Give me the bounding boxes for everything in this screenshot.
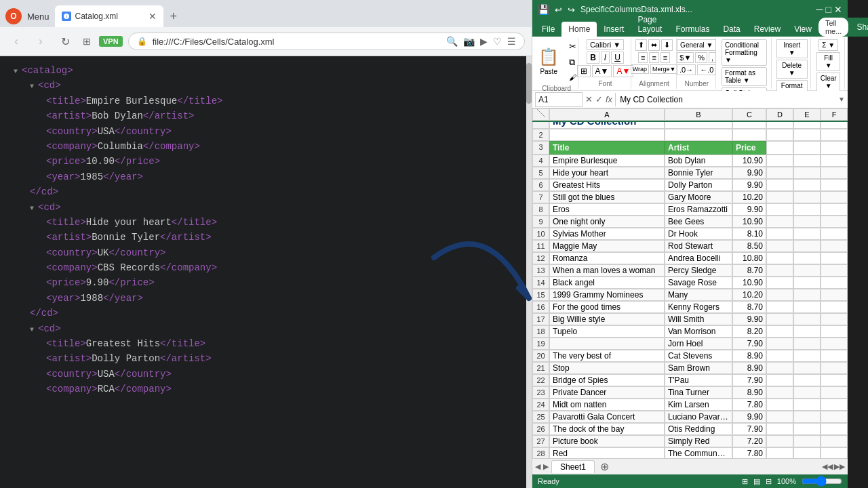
cell-A28[interactable]: Red xyxy=(549,447,665,458)
cell-B24[interactable]: Kim Larsen xyxy=(665,399,732,411)
cell-F8[interactable] xyxy=(821,203,848,216)
cell-B21[interactable]: Sam Brown xyxy=(665,362,732,374)
cell-E14[interactable] xyxy=(793,277,821,289)
sheet-tab-1[interactable]: Sheet1 xyxy=(551,460,595,473)
search-icon[interactable]: 🔍 xyxy=(446,36,458,47)
cell-B14[interactable]: Savage Rose xyxy=(665,277,732,289)
cell-A10[interactable]: Sylvias Mother xyxy=(549,228,665,240)
cell-F18[interactable] xyxy=(821,325,848,338)
cell-E18[interactable] xyxy=(793,325,821,338)
tab-file[interactable]: File xyxy=(535,22,561,37)
cell-E28[interactable] xyxy=(793,447,821,458)
col-header-a[interactable]: A xyxy=(549,108,665,121)
cell-C19[interactable]: 7.90 xyxy=(732,338,766,350)
cell-A25[interactable]: Pavarotti Gala Concert xyxy=(549,411,665,423)
merge-button[interactable]: Merge▼ xyxy=(650,64,677,74)
cell-F9[interactable] xyxy=(821,216,848,228)
cell-F25[interactable] xyxy=(821,411,848,423)
cell-F13[interactable] xyxy=(821,264,848,277)
fill-button[interactable]: Fill ▼ xyxy=(816,52,840,71)
cell-d1[interactable] xyxy=(766,122,793,129)
cell-E6[interactable] xyxy=(793,179,821,191)
menu-label[interactable]: Menu xyxy=(27,12,50,22)
forward-button[interactable]: › xyxy=(31,32,50,51)
cell-E7[interactable] xyxy=(793,191,821,203)
cell-B26[interactable]: Otis Redding xyxy=(665,423,732,435)
cell-B13[interactable]: Percy Sledge xyxy=(665,264,732,277)
cell-A19[interactable] xyxy=(549,338,665,350)
cell-E27[interactable] xyxy=(793,435,821,447)
name-box[interactable] xyxy=(535,92,583,107)
cell-D10[interactable] xyxy=(766,228,793,240)
browser-tab[interactable]: i Catalog.xml ✕ xyxy=(55,5,163,27)
decrease-decimal-button[interactable]: ←.0 xyxy=(697,64,716,75)
tab-page-layout[interactable]: Page Layout xyxy=(631,12,669,37)
cell-F4[interactable] xyxy=(821,155,848,167)
cell-E19[interactable] xyxy=(793,338,821,350)
cell-E13[interactable] xyxy=(793,264,821,277)
formula-input[interactable] xyxy=(618,94,835,106)
bold-button[interactable]: B xyxy=(587,52,599,64)
cell-f2[interactable] xyxy=(821,129,848,141)
col-header-e[interactable]: E xyxy=(793,108,821,121)
cell-f3[interactable] xyxy=(821,141,848,155)
cell-E23[interactable] xyxy=(793,386,821,399)
scroll-right-icon[interactable]: ▶▶ xyxy=(834,462,845,471)
cell-E24[interactable] xyxy=(793,399,821,411)
cell-A26[interactable]: The dock of the bay xyxy=(549,423,665,435)
cell-C25[interactable]: 9.90 xyxy=(732,411,766,423)
cell-B17[interactable]: Will Smith xyxy=(665,313,732,325)
cell-B16[interactable]: Kenny Rogers xyxy=(665,301,732,313)
scroll-left-icon[interactable]: ◀◀ xyxy=(822,462,833,471)
cell-A14[interactable]: Black angel xyxy=(549,277,665,289)
cell-B6[interactable]: Dolly Parton xyxy=(665,179,732,191)
new-tab-button[interactable]: + xyxy=(166,9,182,24)
cell-c2[interactable] xyxy=(732,129,766,141)
cell-D6[interactable] xyxy=(766,179,793,191)
cell-c3[interactable]: Price xyxy=(732,141,766,155)
paste-button[interactable]: 📋 Paste xyxy=(533,45,564,78)
cell-A7[interactable]: Still got the blues xyxy=(549,191,665,203)
tab-review[interactable]: Review xyxy=(747,22,787,37)
cell-D8[interactable] xyxy=(766,203,793,216)
cell-b3[interactable]: Artist xyxy=(665,141,732,155)
cell-e1[interactable] xyxy=(793,122,821,129)
cell-D24[interactable] xyxy=(766,399,793,411)
menu-icon[interactable]: ☰ xyxy=(507,36,516,47)
cell-e3[interactable] xyxy=(793,141,821,155)
cell-A6[interactable]: Greatest Hits xyxy=(549,179,665,191)
cell-D11[interactable] xyxy=(766,240,793,252)
cell-D18[interactable] xyxy=(766,325,793,338)
minimize-icon[interactable]: ─ xyxy=(816,4,823,15)
sheet-scroll[interactable]: 1 My CD Collection 2 3 Titl xyxy=(532,122,848,458)
cell-C15[interactable]: 10.20 xyxy=(732,289,766,301)
cell-D28[interactable] xyxy=(766,447,793,458)
cell-C6[interactable]: 9.90 xyxy=(732,179,766,191)
cell-C22[interactable]: 7.90 xyxy=(732,374,766,386)
cell-B5[interactable]: Bonnie Tyler xyxy=(665,167,732,179)
cell-E15[interactable] xyxy=(793,289,821,301)
formula-bar-icon-confirm[interactable]: ✓ xyxy=(595,94,603,104)
align-bottom-button[interactable]: ⬇ xyxy=(661,39,673,51)
cell-A22[interactable]: Bridge of Spies xyxy=(549,374,665,386)
back-button[interactable]: ‹ xyxy=(7,32,26,51)
cell-C13[interactable]: 8.70 xyxy=(732,264,766,277)
cell-B11[interactable]: Rod Stewart xyxy=(665,240,732,252)
cell-A27[interactable]: Picture book xyxy=(549,435,665,447)
cell-D16[interactable] xyxy=(766,301,793,313)
wrap-text-button[interactable]: Wrap xyxy=(631,64,649,74)
cell-F10[interactable] xyxy=(821,228,848,240)
cell-B15[interactable]: Many xyxy=(665,289,732,301)
cell-D9[interactable] xyxy=(766,216,793,228)
align-middle-button[interactable]: ⬌ xyxy=(648,39,660,51)
cell-A23[interactable]: Private Dancer xyxy=(549,386,665,399)
cell-A4[interactable]: Empire Burlesque xyxy=(549,155,665,167)
format-as-table-button[interactable]: Format as Table ▼ xyxy=(722,67,767,86)
cell-B18[interactable]: Van Morrison xyxy=(665,325,732,338)
cell-B10[interactable]: Dr Hook xyxy=(665,228,732,240)
cell-A18[interactable]: Tupelo xyxy=(549,325,665,338)
clear-button[interactable]: Clear ▼ xyxy=(816,73,840,92)
cell-E11[interactable] xyxy=(793,240,821,252)
excel-redo-icon[interactable]: ↪ xyxy=(568,5,575,15)
cell-F17[interactable] xyxy=(821,313,848,325)
